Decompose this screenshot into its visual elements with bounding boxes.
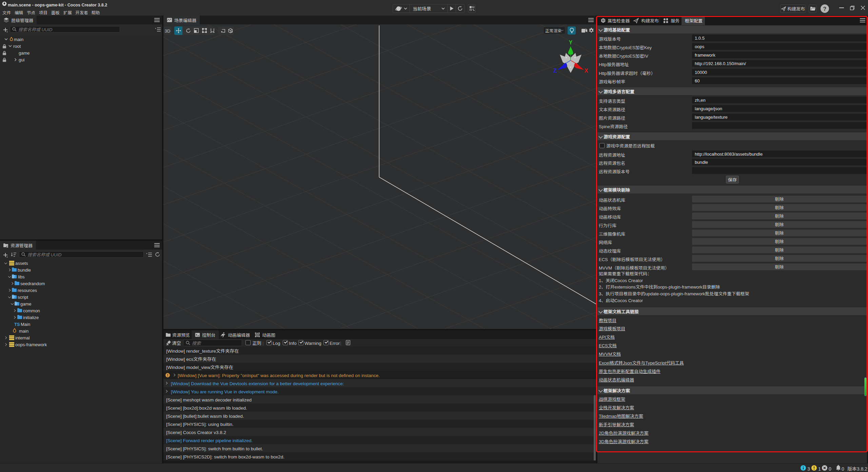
svg-text:Z: Z — [553, 68, 557, 74]
svg-text:X: X — [585, 68, 588, 74]
svg-text:Y: Y — [569, 40, 573, 45]
